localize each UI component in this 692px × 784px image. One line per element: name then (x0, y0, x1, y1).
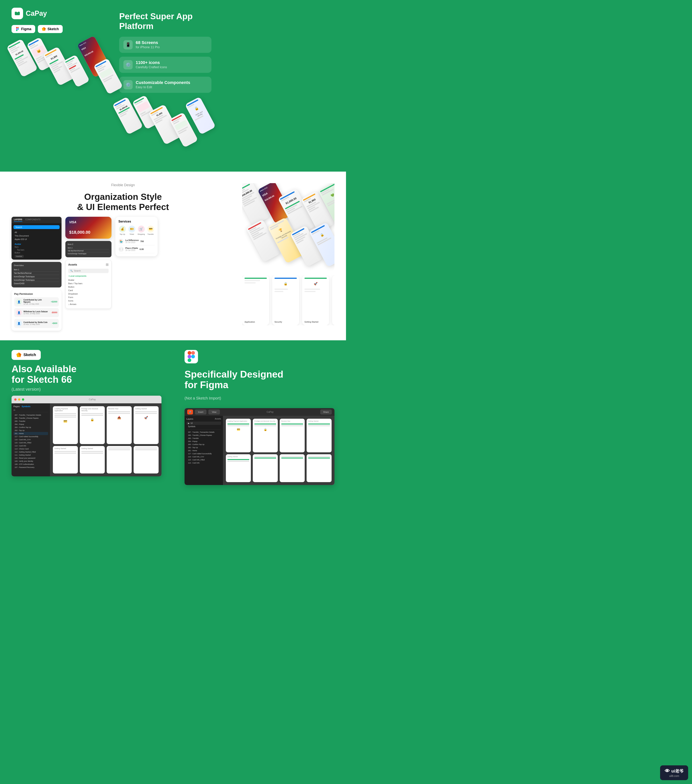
toolbar-insert[interactable]: Insert (195, 410, 206, 415)
layer-116: 116 - Card Info_CVV (13, 438, 48, 441)
symbols-label: Symbols (21, 405, 30, 408)
asset-avatar: Avatar (68, 278, 109, 282)
svg-rect-6 (16, 28, 18, 30)
figma-screenshot: Insert View CaPay Share Layers Assets ▶ … (185, 408, 334, 485)
transaction-2: 🍽️ Place d'Italie 16 Jul 2020 6.00 (119, 245, 155, 253)
section2-left: Flexible Design Organization Style & UI … (12, 183, 234, 331)
section2-right: $16,000.00 ●●●● 4242 VISA $18,000.00 $1,… (242, 183, 334, 331)
toolbar-share[interactable]: Share (320, 410, 332, 415)
close-dot[interactable] (14, 399, 16, 401)
sketch-badge-icon (16, 352, 21, 357)
feature-card-components: ⚙️ Customizable Components Easy to Edit (119, 77, 211, 93)
figma-thumb-3: Receive Your (280, 419, 305, 452)
figma-tool-label: Figma (21, 27, 31, 31)
feature-sub-screens: for iPhone 11 Pro (136, 46, 160, 49)
sketch-thumb-4: Getting Started 🚀 (133, 406, 158, 444)
assets-title-small: Assets (215, 418, 221, 420)
sketch-version-label: (Latest version) (12, 387, 161, 392)
topup-icon: 💰 (119, 226, 126, 232)
figma-toolbar: Insert View CaPay Share (185, 408, 334, 416)
page-284[interactable]: 284 - Popup (186, 440, 221, 443)
feature-card-screens: 📱 68 Screens for iPhone 11 Pro (119, 37, 211, 53)
figma-pages-panel: Layers Assets ▶ UI Symbols 287 - Transfe… (185, 416, 223, 485)
svg-rect-3 (16, 27, 18, 28)
page-282[interactable]: 282 - Top Up (186, 446, 221, 449)
page-symbols[interactable]: Symbols (186, 425, 221, 428)
hero-left: CaPay Figma Sketch (12, 8, 112, 164)
layer-this-doc: This Document (13, 234, 59, 237)
page-286[interactable]: 286 - Transfer_Choose Payees (186, 434, 221, 437)
figma-thumb-6 (253, 454, 278, 482)
override-item-7: Tab Bar/Item/Normal (68, 249, 109, 252)
layer-282: 282 - Top Up (13, 429, 48, 432)
transaction-1: 🏪 La Difference 16 Jul 2020 700 (119, 237, 155, 245)
transfer-label: Transfer (147, 233, 154, 235)
assets-search-field[interactable]: 🔍 Search (68, 268, 109, 273)
section2: Flexible Design Organization Style & UI … (0, 171, 346, 340)
page-117[interactable]: 117 - Card Added Successfully (186, 452, 221, 455)
design-panels-row: LAYERS COMPONENTS Search All This Docume… (12, 217, 234, 331)
page-283[interactable]: 283 - Confirm Top Up (186, 443, 221, 446)
search-input-layers[interactable]: Search (13, 225, 59, 229)
toolbar-view[interactable]: View (208, 410, 220, 415)
figma-thumb-4: Getting Started (306, 419, 331, 452)
asset-icons: Icons (68, 299, 109, 303)
components-tab[interactable]: COMPONENTS (25, 218, 41, 222)
sketch-tool-label: Sketch (48, 27, 59, 31)
brand-name: CaPay (26, 10, 47, 18)
sketch-thumb-7 (107, 446, 132, 473)
maximize-dot[interactable] (22, 399, 24, 401)
layers-tab[interactable]: LAYERS (14, 218, 22, 222)
layer-286: 286 - Transfer_Choose Payees (13, 417, 48, 420)
layer-111: 111 - Getting Started (13, 453, 48, 456)
svg-point-2 (16, 11, 18, 12)
svg-rect-26 (190, 411, 191, 412)
svg-rect-21 (191, 351, 195, 355)
figma-menu-icon[interactable] (187, 410, 193, 415)
figma-thumb-2: Prestige and Absolute Security 🔒 (253, 419, 278, 452)
overrides-title: Overrides (14, 264, 59, 267)
hero-title: Perfect Super App Platform (119, 12, 211, 31)
hero-section: CaPay Figma Sketch (0, 0, 346, 171)
page-116[interactable]: 116 - Card Info_CVV (186, 455, 221, 458)
figma-thumb-5: Getting Started (226, 454, 251, 482)
page-287[interactable]: 287 - Transfer_Transaction Details (186, 431, 221, 434)
override-item-6: Item 2 (68, 247, 109, 249)
hero-phones-right: $1,000.00 $1,860 (119, 97, 211, 164)
feature-sub-icons: Carefully Crafted Icons (136, 66, 167, 69)
icons-icon: ⚙️ (124, 60, 133, 69)
svg-rect-28 (189, 412, 190, 413)
sketch-thumb-8 (133, 446, 158, 473)
override-item-5: Green/G400 (14, 282, 59, 285)
layer-ios: Apple iOS UI (13, 237, 59, 241)
section2-title: Organization Style & UI Elements Perfect (12, 192, 234, 212)
page-285[interactable]: 285 - Transfer (186, 437, 221, 440)
figma-sub-label: (Not a Sketch Import) (185, 396, 334, 400)
asset-bars: Bars / Top bars (68, 282, 109, 285)
layer-109: 109 - Verify your identity (13, 460, 48, 463)
topup-label: Top Up (120, 233, 125, 235)
page-281[interactable]: 281 - Home (186, 449, 221, 452)
brand-logo: CaPay (12, 8, 112, 19)
sketch-canvas: Loading Payment Application 💳 Prestige a… (50, 404, 161, 476)
service-shopping: 🛒 Shopping (137, 226, 145, 235)
page-ui[interactable]: ▶ UI (186, 422, 221, 425)
sketch-layers-panel: Pages Symbols UI 287 - Transfer_Transact… (12, 404, 50, 476)
transaction-2-date: 16 Jul 2020 (125, 249, 138, 251)
layer-281[interactable]: 281 - Home (13, 432, 48, 435)
layer-285: 285 - Transfer (13, 420, 48, 423)
minimize-dot[interactable] (18, 399, 20, 401)
transaction-1-name: La Difference (125, 239, 139, 241)
page-115[interactable]: 115 - Card Info_Filled (186, 458, 221, 461)
layer-283: 283 - Confirm Top Up (13, 426, 48, 429)
service-ticket: 🎫 Ticket (128, 226, 136, 235)
assets-grid-icon: ⊞ (106, 262, 109, 267)
feature-title-components: Customizable Components (136, 80, 190, 85)
feature-title-screens: 68 Screens (136, 40, 160, 45)
sketch-thumb-1: Loading Payment Application 💳 (53, 406, 78, 444)
local-components-label: • Local components (68, 275, 109, 277)
override-item-1: Item 1 (14, 268, 59, 272)
svg-rect-29 (189, 412, 190, 413)
page-114[interactable]: 114 - Card Info (186, 461, 221, 464)
layer-110: 110 - Reset your password (13, 456, 48, 460)
